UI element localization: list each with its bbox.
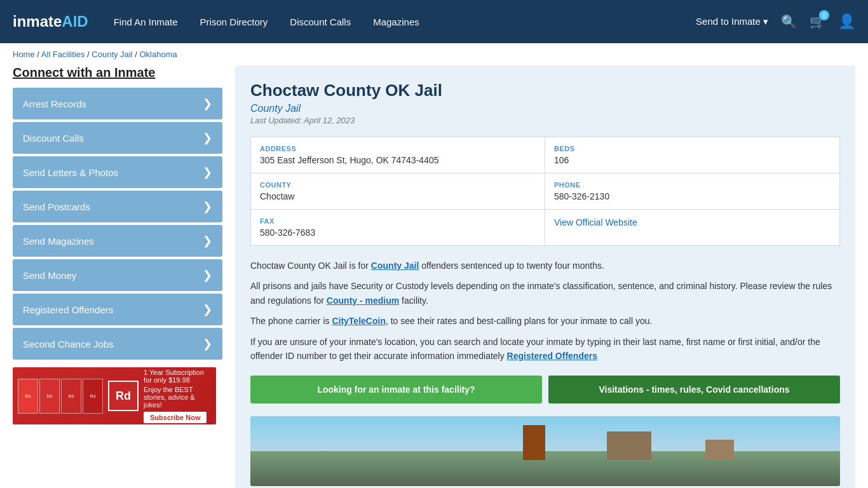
desc-2-end: facility. [399, 295, 428, 306]
desc-3-text: The phone carrier is [250, 316, 332, 326]
info-grid: ADDRESS 305 East Jefferson St, Hugo, OK … [250, 137, 840, 246]
fax-label: FAX [260, 217, 536, 225]
phone-label: PHONE [554, 181, 831, 189]
sidebar: Connect with an Inmate Arrest Records ❯ … [13, 65, 222, 424]
ad-body: Enjoy the BEST stories, advice & jokes! [144, 386, 211, 409]
desc-para-2: All prisons and jails have Security or C… [250, 279, 840, 308]
chevron-right-icon: ❯ [203, 200, 212, 214]
desc-para-1: Choctaw County OK Jail is for County Jai… [250, 259, 840, 273]
content-panel: Choctaw County OK Jail County Jail Last … [235, 65, 855, 488]
sidebar-item-label: Discount Calls [23, 133, 84, 144]
info-cell-phone: PHONE 580-326-2130 [545, 173, 839, 210]
search-icon[interactable]: 🔍 [781, 14, 797, 29]
chevron-right-icon: ❯ [203, 234, 212, 248]
cart-badge: 0 [819, 10, 829, 20]
chevron-right-icon: ❯ [203, 97, 212, 111]
main-layout: Connect with an Inmate Arrest Records ❯ … [0, 65, 868, 488]
info-cell-website: View Official Website [545, 210, 839, 245]
chevron-right-icon: ❯ [203, 165, 212, 179]
action-buttons: Looking for an inmate at this facility? … [250, 376, 840, 403]
sidebar-item-label: Arrest Records [23, 98, 86, 109]
county-medium-link[interactable]: County - medium [327, 295, 399, 306]
beds-label: BEDS [554, 145, 831, 152]
sidebar-item-send-magazines[interactable]: Send Magazines ❯ [13, 225, 222, 257]
book-cover-4: Rd [83, 379, 103, 414]
sidebar-item-label: Registered Offenders [23, 304, 113, 315]
address-label: ADDRESS [260, 145, 536, 152]
info-cell-fax: FAX 580-326-7683 [251, 210, 545, 245]
nav-prison-directory[interactable]: Prison Directory [200, 17, 268, 27]
official-website-link[interactable]: View Official Website [554, 217, 637, 227]
sidebar-item-registered-offenders[interactable]: Registered Offenders ❯ [13, 294, 222, 325]
facility-type: County Jail [250, 103, 840, 114]
ad-subtitle: 1 Year Subscription for only $19.98 [144, 369, 211, 384]
address-value: 305 East Jefferson St, Hugo, OK 74743-44… [260, 155, 536, 165]
breadcrumb-home[interactable]: Home [13, 50, 35, 59]
registered-offenders-link[interactable]: Registered Offenders [507, 351, 597, 361]
sidebar-items: Arrest Records ❯ Discount Calls ❯ Send L… [13, 88, 222, 360]
desc-1-text: Choctaw County OK Jail is for [250, 261, 371, 271]
sidebar-ad: Rd Rd Rd Rd Rd 1 Year Subscription for o… [13, 367, 222, 424]
desc-1-end: offenders sentenced up to twenty four mo… [419, 261, 604, 271]
desc-para-4: If you are unsure of your inmate's locat… [250, 335, 840, 363]
navbar-links: Find An Inmate Prison Directory Discount… [114, 17, 696, 27]
sidebar-item-label: Send Letters & Photos [23, 167, 118, 178]
ad-subscribe-button[interactable]: Subscribe Now [144, 412, 207, 423]
looking-for-inmate-button[interactable]: Looking for an inmate at this facility? [250, 376, 542, 403]
sidebar-item-send-money[interactable]: Send Money ❯ [13, 259, 222, 291]
desc-3-end: , to see their rates and best-calling pl… [386, 316, 652, 326]
ad-books: Rd Rd Rd Rd [18, 379, 103, 414]
breadcrumb: Home / All Facilities / County Jail / Ok… [0, 43, 868, 65]
nav-find-inmate[interactable]: Find An Inmate [114, 17, 178, 27]
chevron-right-icon: ❯ [203, 302, 212, 316]
sidebar-item-second-chance-jobs[interactable]: Second Chance Jobs ❯ [13, 328, 222, 360]
citytelecoin-link[interactable]: CityTeleCoin [332, 316, 386, 326]
book-cover-1: Rd [18, 379, 38, 414]
county-jail-link-1[interactable]: County Jail [371, 261, 419, 271]
info-cell-beds: BEDS 106 [545, 137, 839, 173]
beds-value: 106 [554, 155, 831, 165]
send-to-inmate-button[interactable]: Send to Inmate ▾ [696, 16, 768, 27]
sidebar-item-discount-calls[interactable]: Discount Calls ❯ [13, 122, 222, 154]
sidebar-item-label: Send Magazines [23, 236, 94, 247]
sidebar-item-send-postcards[interactable]: Send Postcards ❯ [13, 191, 222, 222]
chevron-right-icon: ❯ [203, 337, 212, 351]
sidebar-item-label: Second Chance Jobs [23, 339, 114, 349]
book-cover-3: Rd [61, 379, 81, 414]
sidebar-item-label: Send Postcards [23, 201, 90, 212]
sidebar-ad-inner[interactable]: Rd Rd Rd Rd Rd 1 Year Subscription for o… [13, 367, 216, 424]
sidebar-item-arrest-records[interactable]: Arrest Records ❯ [13, 88, 222, 119]
sidebar-item-label: Send Money [23, 270, 76, 281]
sidebar-item-send-letters[interactable]: Send Letters & Photos ❯ [13, 156, 222, 188]
phone-value: 580-326-2130 [554, 191, 831, 201]
book-cover-2: Rd [39, 379, 60, 414]
nav-magazines[interactable]: Magazines [373, 17, 419, 27]
facility-updated: Last Updated: April 12, 2023 [250, 116, 840, 125]
logo[interactable]: inmateAID [13, 13, 88, 30]
chevron-right-icon: ❯ [203, 268, 212, 282]
breadcrumb-county-jail[interactable]: County Jail [92, 50, 132, 59]
county-label: COUNTY [260, 181, 536, 189]
facility-photo [250, 416, 840, 486]
sidebar-connect-title: Connect with an Inmate [13, 65, 222, 80]
facility-description: Choctaw County OK Jail is for County Jai… [250, 259, 840, 363]
navbar: inmateAID Find An Inmate Prison Director… [0, 0, 868, 43]
ad-text: 1 Year Subscription for only $19.98 Enjo… [144, 369, 211, 423]
desc-para-3: The phone carrier is CityTeleCoin, to se… [250, 314, 840, 328]
visitations-button[interactable]: Visitations - times, rules, Covid cancel… [548, 376, 840, 403]
breadcrumb-all-facilities[interactable]: All Facilities [41, 50, 85, 59]
nav-discount-calls[interactable]: Discount Calls [290, 17, 351, 27]
navbar-right: Send to Inmate ▾ 🔍 🛒 0 👤 [696, 13, 855, 30]
user-icon[interactable]: 👤 [838, 13, 855, 30]
info-cell-county: COUNTY Choctaw [251, 173, 545, 210]
logo-icon: inmateAID [13, 13, 88, 30]
breadcrumb-state[interactable]: Oklahoma [139, 50, 177, 59]
ad-rd-logo: Rd [108, 381, 139, 411]
chevron-right-icon: ❯ [203, 131, 212, 145]
county-value: Choctaw [260, 191, 536, 201]
fax-value: 580-326-7683 [260, 227, 536, 238]
cart-wrapper[interactable]: 🛒 0 [810, 14, 825, 29]
facility-title: Choctaw County OK Jail [250, 81, 840, 100]
info-cell-address: ADDRESS 305 East Jefferson St, Hugo, OK … [251, 137, 545, 173]
